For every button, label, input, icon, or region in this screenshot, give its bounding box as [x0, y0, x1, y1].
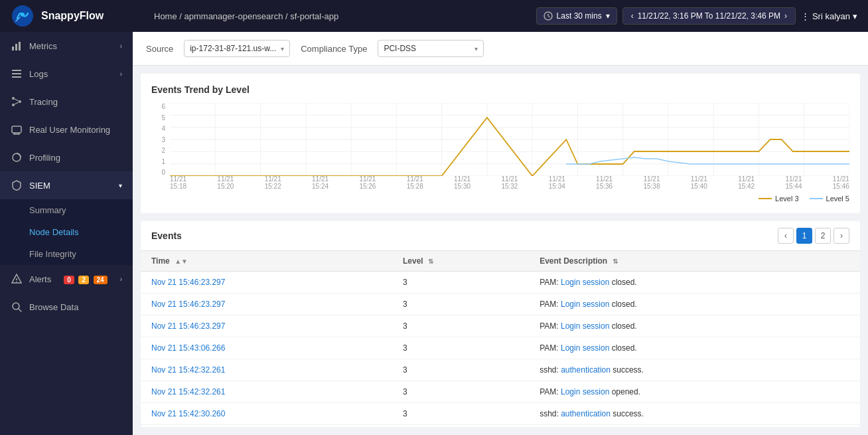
next-range-btn[interactable]: ›	[784, 11, 787, 21]
chart-icon	[11, 40, 23, 52]
date-range-picker[interactable]: ‹ 11/21/22, 3:16 PM To 11/21/22, 3:46 PM…	[622, 7, 796, 25]
svg-line-15	[15, 102, 19, 104]
sidebar-item-rum[interactable]: Real User Monitoring	[0, 116, 133, 143]
time-picker-chevron: ▾	[606, 11, 610, 21]
chart-svg	[170, 103, 849, 176]
cell-time: Nov 21 15:42:32.261	[141, 359, 392, 381]
col-header-level[interactable]: Level ⇅	[392, 251, 529, 272]
sidebar-item-profiling[interactable]: Profiling	[0, 143, 133, 171]
pagination-prev[interactable]: ‹	[778, 228, 794, 244]
sidebar-item-label: Logs	[29, 69, 48, 79]
cell-time: Nov 21 15:42:32.261	[141, 381, 392, 403]
table-row: Nov 21 15:46:23.297 3 PAM: Login session…	[141, 272, 860, 294]
col-desc-label: Event Description	[540, 256, 607, 266]
cell-level: 3	[392, 403, 529, 425]
header-controls: Last 30 mins ▾ ‹ 11/21/22, 3:16 PM To 11…	[536, 7, 857, 25]
chart-plot-area	[170, 103, 849, 176]
compliance-filter-select[interactable]: PCI-DSS ▾	[378, 40, 484, 57]
filter-bar: Source ip-172-31-87-121.us-w... ▾ Compli…	[133, 32, 868, 66]
source-filter-chevron-icon: ▾	[281, 45, 284, 52]
alerts-badge-area: 0 2 24	[64, 274, 108, 284]
legend-level3-label: Level 3	[775, 195, 798, 203]
alert-badge-red: 0	[64, 276, 74, 284]
pagination: ‹ 1 2 ›	[778, 228, 849, 244]
pagination-next[interactable]: ›	[833, 228, 849, 244]
time-sort-icon: ▲▼	[175, 258, 188, 265]
cell-desc: PAM: Login session closed.	[529, 272, 860, 294]
sidebar: Metrics › Logs › Tracing Real User Monit…	[0, 32, 133, 435]
sidebar-item-tracing[interactable]: Tracing	[0, 88, 133, 116]
breadcrumb: Home / apmmanager-opensearch / sf-portal…	[143, 11, 536, 21]
siem-chevron-icon: ▾	[119, 182, 122, 189]
cell-level: 3	[392, 381, 529, 403]
cell-level: 3	[392, 359, 529, 381]
events-table-wrapper: Time ▲▼ Level ⇅ Event Description ⇅	[141, 251, 860, 427]
user-name-label: Sri kalyan	[812, 11, 850, 21]
cell-time: Nov 21 15:46:23.297	[141, 315, 392, 337]
sidebar-sub-item-summary[interactable]: Summary	[0, 199, 133, 221]
chart-x-axis: 11/2115:18 11/2115:20 11/2115:22 11/2115…	[170, 176, 849, 189]
table-header: Time ▲▼ Level ⇅ Event Description ⇅	[141, 251, 860, 272]
sidebar-item-metrics[interactable]: Metrics ›	[0, 32, 133, 60]
metrics-chevron-icon: ›	[120, 43, 122, 50]
user-menu[interactable]: ⋮ Sri kalyan ▾	[801, 11, 857, 21]
prev-range-btn[interactable]: ‹	[631, 11, 634, 21]
content-area: Source ip-172-31-87-121.us-w... ▾ Compli…	[133, 32, 868, 435]
cell-time: Nov 21 15:42:30.260	[141, 403, 392, 425]
siem-icon	[11, 179, 23, 191]
source-filter-select[interactable]: ip-172-31-87-121.us-w... ▾	[184, 40, 290, 57]
table-row: Nov 21 15:46:23.297 3 PAM: Login session…	[141, 315, 860, 337]
list-icon	[11, 68, 23, 80]
col-header-time[interactable]: Time ▲▼	[141, 251, 392, 272]
time-picker[interactable]: Last 30 mins ▾	[536, 7, 617, 25]
logo-text: SnappyFlow	[41, 10, 104, 22]
browse-icon	[11, 301, 23, 313]
chart-y-axis: 6 5 4 3 2 1 0	[151, 103, 168, 176]
chart-legend: Level 3 Level 5	[151, 195, 849, 203]
svg-point-1	[21, 13, 25, 17]
clock-icon	[543, 11, 553, 21]
sidebar-item-logs[interactable]: Logs ›	[0, 60, 133, 88]
table-row: Nov 21 15:42:30.260 3 sshd: authenticati…	[141, 403, 860, 425]
file-integrity-label: File Integrity	[29, 249, 76, 259]
legend-level3-line	[759, 198, 772, 199]
svg-rect-6	[15, 44, 17, 50]
sidebar-item-label: SIEM	[29, 181, 50, 191]
svg-rect-8	[12, 70, 21, 71]
sidebar-item-siem[interactable]: SIEM ▾	[0, 171, 133, 199]
profiling-icon	[11, 151, 23, 163]
sidebar-item-label: Profiling	[29, 153, 60, 163]
cell-desc: sshd: authentication success.	[529, 403, 860, 425]
sidebar-item-label: Browse Data	[29, 302, 78, 312]
legend-level5-label: Level 5	[826, 195, 849, 203]
svg-rect-10	[12, 76, 21, 78]
table-row: Nov 21 15:42:32.261 3 sshd: authenticati…	[141, 359, 860, 381]
svg-line-14	[15, 99, 19, 101]
legend-level5-line	[810, 198, 823, 199]
rum-icon	[11, 124, 23, 135]
chart-title: Events Trend by Level	[151, 84, 849, 95]
level-sort-icon: ⇅	[428, 258, 433, 265]
svg-rect-5	[12, 46, 14, 50]
svg-rect-16	[12, 126, 21, 133]
col-header-description[interactable]: Event Description ⇅	[529, 251, 860, 272]
pagination-page1[interactable]: 1	[796, 228, 812, 244]
legend-level3: Level 3	[759, 195, 798, 203]
user-menu-chevron: ▾	[853, 11, 857, 21]
chart-section: Events Trend by Level 6 5 4 3 2 1 0	[141, 74, 860, 213]
svg-rect-7	[19, 42, 21, 50]
sidebar-sub-item-node-details[interactable]: Node Details	[0, 221, 133, 243]
cell-time: Nov 21 15:46:23.297	[141, 272, 392, 294]
sidebar-item-alerts[interactable]: Alerts 0 2 24 ›	[0, 265, 133, 293]
chart-container: 6 5 4 3 2 1 0	[151, 103, 849, 189]
sidebar-item-label: Real User Monitoring	[29, 125, 110, 135]
sidebar-sub-item-file-integrity[interactable]: File Integrity	[0, 243, 133, 265]
table-row: Nov 21 15:42:32.261 3 PAM: Login session…	[141, 381, 860, 403]
main-layout: Metrics › Logs › Tracing Real User Monit…	[0, 32, 868, 435]
cell-desc: sshd: authentication success.	[529, 359, 860, 381]
sidebar-item-browse-data[interactable]: Browse Data	[0, 293, 133, 321]
pagination-page2[interactable]: 2	[815, 228, 831, 244]
cell-level: 3	[392, 337, 529, 359]
alert-icon	[11, 273, 23, 285]
logs-chevron-icon: ›	[120, 70, 122, 78]
